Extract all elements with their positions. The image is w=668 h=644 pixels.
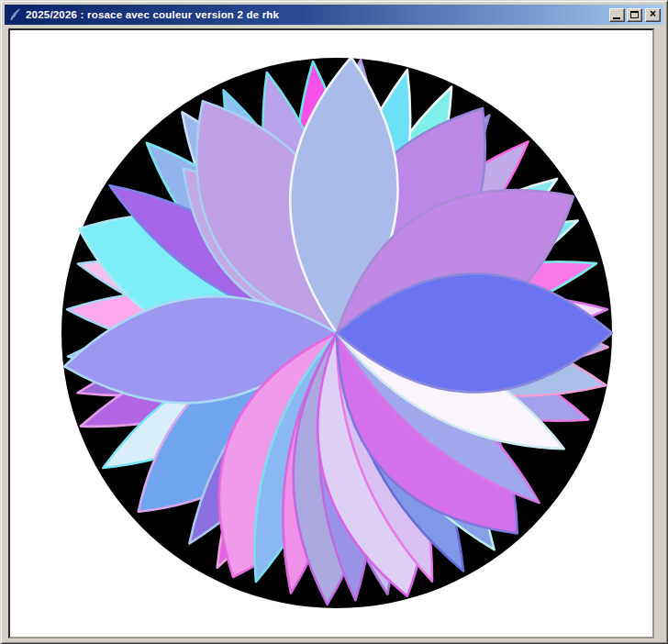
close-icon: × bbox=[650, 8, 656, 19]
rosette-svg bbox=[10, 30, 652, 637]
close-button[interactable]: × bbox=[645, 8, 661, 22]
app-window: 2025/2026 : rosace avec couleur version … bbox=[0, 0, 668, 644]
minimize-icon bbox=[613, 17, 620, 19]
window-title: 2025/2026 : rosace avec couleur version … bbox=[26, 9, 279, 20]
drawing-canvas bbox=[8, 28, 654, 638]
minimize-button[interactable] bbox=[609, 8, 625, 22]
maximize-icon bbox=[630, 11, 639, 18]
title-bar[interactable]: 2025/2026 : rosace avec couleur version … bbox=[5, 5, 663, 25]
window-controls: × bbox=[607, 8, 661, 22]
maximize-button[interactable] bbox=[627, 8, 642, 22]
tk-feather-icon[interactable] bbox=[8, 8, 22, 22]
